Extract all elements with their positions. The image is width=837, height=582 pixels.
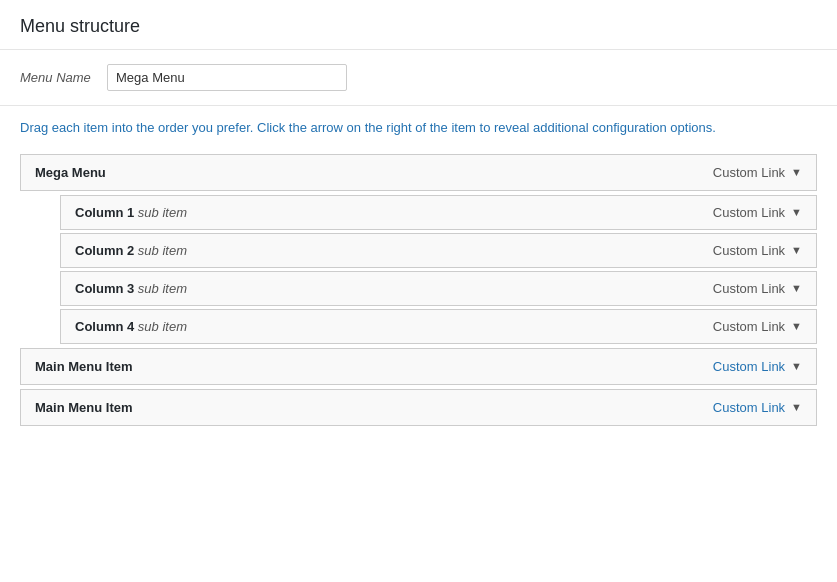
sub-items-container: Column 1 sub itemCustom Link▼Column 2 su… <box>60 195 817 344</box>
mega-menu-item-type: Custom Link <box>713 165 785 180</box>
sub-item-type: Custom Link <box>713 205 785 220</box>
sub-item-right: Custom Link▼ <box>713 205 802 220</box>
page-title: Menu structure <box>0 0 837 50</box>
sub-item-arrow[interactable]: ▼ <box>791 244 802 256</box>
main-menu-item-label: Main Menu Item <box>35 400 133 415</box>
sub-item[interactable]: Column 2 sub itemCustom Link▼ <box>60 233 817 268</box>
sub-item[interactable]: Column 1 sub itemCustom Link▼ <box>60 195 817 230</box>
main-menu-item[interactable]: Main Menu ItemCustom Link▼ <box>20 389 817 426</box>
sub-item-bold-text: Column 2 <box>75 243 134 258</box>
sub-item-type: Custom Link <box>713 243 785 258</box>
main-menu-item[interactable]: Main Menu ItemCustom Link▼ <box>20 348 817 385</box>
main-menu-item-arrow[interactable]: ▼ <box>791 401 802 413</box>
sub-item[interactable]: Column 4 sub itemCustom Link▼ <box>60 309 817 344</box>
sub-item-bold-text: Column 3 <box>75 281 134 296</box>
main-menu-item-type: Custom Link <box>713 400 785 415</box>
sub-item-italic-text: sub item <box>134 243 187 258</box>
sub-item-bold-text: Column 4 <box>75 319 134 334</box>
sub-item[interactable]: Column 3 sub itemCustom Link▼ <box>60 271 817 306</box>
sub-item-right: Custom Link▼ <box>713 281 802 296</box>
sub-item-label: Column 4 sub item <box>75 319 187 334</box>
page-container: Menu structure Menu Name Drag each item … <box>0 0 837 582</box>
mega-menu-dropdown-arrow[interactable]: ▼ <box>791 166 802 178</box>
mega-menu-item-right: Custom Link ▼ <box>713 165 802 180</box>
mega-menu-item-label: Mega Menu <box>35 165 106 180</box>
sub-item-label: Column 1 sub item <box>75 205 187 220</box>
main-menu-item-type: Custom Link <box>713 359 785 374</box>
sub-item-label: Column 3 sub item <box>75 281 187 296</box>
main-menu-item-label: Main Menu Item <box>35 359 133 374</box>
menu-name-row: Menu Name <box>0 50 837 106</box>
menu-name-label: Menu Name <box>20 70 95 85</box>
menu-name-input[interactable] <box>107 64 347 91</box>
sub-item-arrow[interactable]: ▼ <box>791 282 802 294</box>
main-menu-item-right: Custom Link▼ <box>713 400 802 415</box>
main-menu-item-arrow[interactable]: ▼ <box>791 360 802 372</box>
mega-menu-item[interactable]: Mega Menu Custom Link ▼ <box>20 154 817 191</box>
drag-hint: Drag each item into the order you prefer… <box>0 106 837 154</box>
sub-item-label: Column 2 sub item <box>75 243 187 258</box>
sub-item-bold-text: Column 1 <box>75 205 134 220</box>
sub-item-right: Custom Link▼ <box>713 243 802 258</box>
sub-item-italic-text: sub item <box>134 205 187 220</box>
sub-item-type: Custom Link <box>713 319 785 334</box>
menu-list: Mega Menu Custom Link ▼ Column 1 sub ite… <box>0 154 837 450</box>
sub-item-italic-text: sub item <box>134 319 187 334</box>
main-menu-item-right: Custom Link▼ <box>713 359 802 374</box>
sub-item-italic-text: sub item <box>134 281 187 296</box>
sub-item-arrow[interactable]: ▼ <box>791 320 802 332</box>
sub-item-arrow[interactable]: ▼ <box>791 206 802 218</box>
sub-item-type: Custom Link <box>713 281 785 296</box>
sub-item-right: Custom Link▼ <box>713 319 802 334</box>
